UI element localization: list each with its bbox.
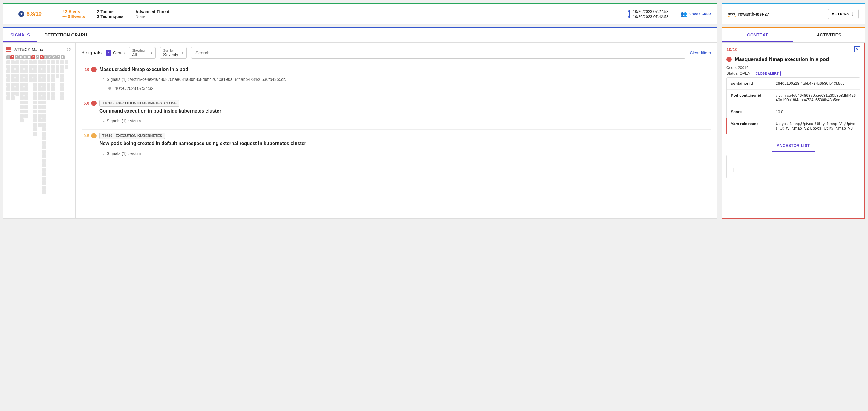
severity-icon: ! (91, 101, 96, 106)
detail-value: victim-ce4e946486870bae681a30b858dbff426… (776, 93, 856, 102)
tab-context[interactable]: CONTEXT (722, 28, 793, 42)
matrix-col-C: C (52, 55, 56, 59)
events-count[interactable]: ⁓ 0 Events (62, 14, 85, 19)
timeline-entry: 10/20/2023 07:34:32 (108, 86, 711, 91)
tactics-count: 2 Tactics (97, 9, 123, 14)
tactics-techniques: 2 Tactics 2 Techniques (91, 7, 129, 21)
severity-icon: ! (91, 133, 96, 138)
detail-key: container id (731, 81, 773, 85)
alerts-events: ! 3 Alerts ⁓ 0 Events (57, 7, 91, 21)
detail-value: 10.0 (776, 109, 856, 114)
context-tabs: CONTEXT ACTIVITIES (721, 28, 865, 43)
people-icon: 👥 (680, 11, 687, 17)
detail-value: Uptycs_Nmap,Uptycs_Utility_Nmap_V1,Uptyc… (776, 122, 856, 130)
threat-info: Advanced Threat None (129, 7, 622, 21)
chevron-down-icon: ⌄ (102, 119, 105, 123)
technique-tag: T1610 - EXECUTION KUBERNETES_CLONE (99, 100, 179, 107)
matrix-col-P: P (19, 55, 23, 59)
pulse-icon: ⁓ (62, 14, 67, 19)
signal-count: 3 signals (82, 50, 101, 56)
summary-header: ★ 6.8/10 ! 3 Alerts ⁓ 0 Events 2 Tactics… (3, 3, 717, 25)
matrix-grid (6, 60, 72, 194)
techniques-count: 2 Techniques (97, 14, 123, 19)
detail-score: 10/10 (726, 47, 738, 52)
chevron-down-icon: ▼ (181, 51, 184, 54)
matrix-col-D: D (31, 55, 35, 59)
signal-title: Command execution in pod inside kubernet… (99, 108, 711, 114)
account-header: aws rewanth-test-27 ACTIONS ⋮ (721, 3, 865, 25)
assignment-label: UNASSIGNED (689, 12, 711, 15)
timeline-icon (628, 10, 630, 18)
aws-icon: aws (728, 12, 735, 16)
showing-dropdown[interactable]: Showing All ▼ (129, 47, 156, 59)
signal-title: Masqueraded Nmap execution in a pod (99, 67, 188, 72)
clear-filters[interactable]: Clear filters (690, 50, 711, 55)
signal-title: New pods being created in default namesp… (99, 141, 711, 146)
matrix-col-L: L (44, 55, 48, 59)
signals-toolbar: 3 signals ✓ Group Showing All ▼ Sort by … (82, 47, 711, 59)
search-input[interactable] (191, 47, 685, 59)
close-icon[interactable]: ✕ (854, 46, 860, 52)
matrix-col-E: E (10, 55, 14, 59)
matrix-col-P: P (23, 55, 27, 59)
checkbox-icon: ✓ (106, 50, 111, 56)
chevron-down-icon: ⌄ (102, 152, 105, 155)
detail-key: Yara rule name (731, 122, 773, 130)
group-checkbox[interactable]: ✓ Group (106, 50, 125, 56)
detail-row: container id2640a190a18f4abb4734c6530fb4… (727, 78, 860, 90)
group-label: Group (113, 50, 125, 55)
threat-subtitle: None (135, 14, 616, 19)
tab-ancestor-list[interactable]: ANCESTOR LIST (772, 140, 815, 151)
close-alert-button[interactable]: CLOSE ALERT (753, 71, 781, 76)
matrix-icon (6, 47, 11, 52)
threat-title: Advanced Threat (135, 9, 616, 14)
signals-panel: 3 signals ✓ Group Showing All ▼ Sort by … (75, 43, 717, 218)
tab-signals[interactable]: SIGNALS (3, 28, 37, 42)
chevron-up-icon: ⌃ (102, 78, 105, 81)
alert-icon: ! (726, 57, 732, 62)
matrix-col-C: C (48, 55, 52, 59)
ancestor-body: [ (726, 155, 860, 178)
dot-icon (108, 87, 111, 90)
detail-row: Pod container idvictim-ce4e946486870bae6… (727, 90, 860, 106)
actions-button[interactable]: ACTIONS ⋮ (828, 9, 859, 19)
main-tabs: SIGNALS DETECTION GRAPH (3, 28, 717, 43)
kebab-icon: ⋮ (851, 12, 855, 16)
detail-key: Score (731, 109, 773, 114)
assignment[interactable]: 👥 UNASSIGNED (674, 8, 717, 20)
account-name: rewanth-test-27 (738, 12, 769, 16)
detail-table: container id2640a190a18f4abb4734c6530fb4… (726, 77, 860, 134)
matrix-col-D: D (40, 55, 43, 59)
chevron-down-icon: ▼ (150, 51, 153, 54)
matrix-col-I: I (6, 55, 10, 59)
severity-icon: ! (91, 67, 96, 72)
signal-subgroup[interactable]: ⌄Signals (1) : victim (102, 151, 711, 156)
sortby-dropdown[interactable]: Sort by Severity ▼ (160, 47, 187, 59)
risk-score: ★ 6.8/10 (3, 8, 57, 20)
tab-activities[interactable]: ACTIVITIES (793, 28, 865, 42)
signal-item[interactable]: 10!Masqueraded Nmap execution in a pod⌃S… (82, 64, 711, 97)
detail-row: Score10.0 (727, 106, 860, 118)
matrix-col-C: C (36, 55, 39, 59)
matrix-col-R: R (27, 55, 31, 59)
technique-tag: T1610 - EXECUTION KUBERNETES (99, 133, 165, 139)
help-icon[interactable]: ? (67, 47, 72, 52)
ancestor-tabs: ANCESTOR LIST (726, 140, 860, 151)
signal-item[interactable]: 0.5!T1610 - EXECUTION KUBERNETESNew pods… (82, 129, 711, 162)
score-value: 6.8/10 (27, 11, 41, 17)
time-end: 10/20/2023 07:42:58 (633, 14, 669, 19)
matrix-title: ATT&CK Matrix (14, 47, 43, 52)
time-range: 10/20/2023 07:27:58 10/20/2023 07:42:58 (622, 7, 674, 21)
tab-detection-graph[interactable]: DETECTION GRAPH (37, 28, 94, 42)
signal-subgroup[interactable]: ⌃Signals (1) : victim-ce4e946486870bae68… (102, 77, 711, 82)
signal-subgroup[interactable]: ⌄Signals (1) : victim (102, 118, 711, 123)
detail-code: Code: 20016 (726, 65, 860, 70)
signal-item[interactable]: 5.0!T1610 - EXECUTION KUBERNETES_CLONECo… (82, 97, 711, 129)
alerts-count[interactable]: ! 3 Alerts (62, 9, 85, 14)
detail-panel: 10/10 ✕ ! Masqueraded Nmap execution in … (721, 43, 865, 219)
detail-key: Pod container id (731, 93, 773, 102)
matrix-header-row: IERPPRDCDLCCEI (6, 55, 72, 59)
attack-matrix-panel: ATT&CK Matrix ? IERPPRDCDLCCEI (3, 43, 75, 218)
detail-title: Masqueraded Nmap execution in a pod (735, 57, 829, 62)
matrix-col-R: R (14, 55, 19, 59)
